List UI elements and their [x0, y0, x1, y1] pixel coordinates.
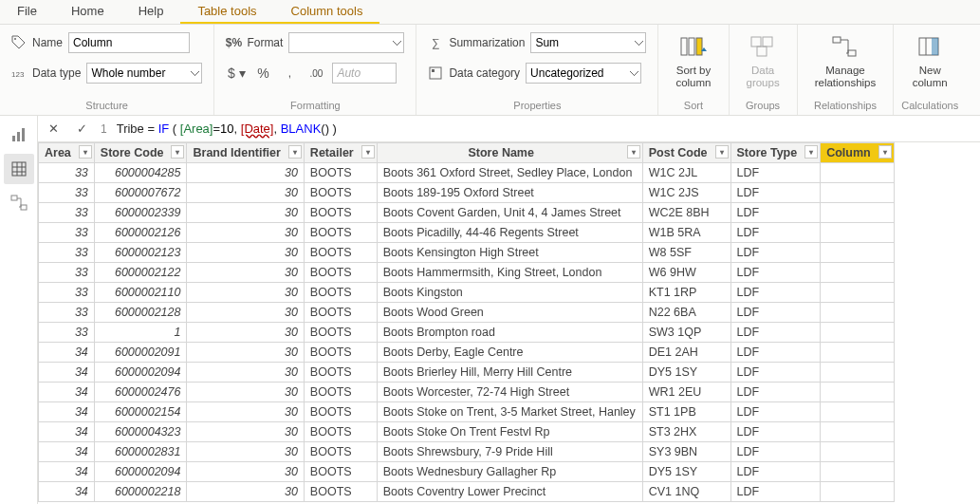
column-filter-button[interactable]: ▾ — [288, 145, 302, 159]
cell[interactable]: 30 — [187, 203, 304, 223]
cell[interactable]: Boots Kingston — [377, 283, 642, 303]
cell[interactable]: BOOTS — [304, 323, 377, 343]
table-row[interactable]: 34600000209430BOOTSBoots Wednesbury Gall… — [39, 462, 895, 482]
cell[interactable]: 30 — [187, 422, 304, 442]
cell[interactable]: LDF — [730, 442, 821, 462]
cell[interactable]: Boots Stoke on Trent, 3-5 Market Street,… — [377, 402, 642, 422]
cell[interactable]: 33 — [39, 223, 95, 243]
report-view-button[interactable] — [4, 120, 34, 150]
cell[interactable]: BOOTS — [304, 203, 377, 223]
cell[interactable]: LDF — [730, 343, 821, 363]
menu-column-tools[interactable]: Column tools — [274, 0, 380, 24]
cell[interactable] — [821, 363, 895, 383]
cell[interactable]: 34 — [39, 343, 95, 363]
manage-relationships-button[interactable]: Manage relationships — [805, 28, 886, 93]
menu-table-tools[interactable]: Table tools — [180, 0, 273, 24]
cell[interactable] — [821, 203, 895, 223]
cell[interactable]: 6000002218 — [94, 482, 187, 502]
cell[interactable]: 6000002094 — [94, 462, 187, 482]
cell[interactable]: W1C 2JS — [642, 183, 730, 203]
cell[interactable] — [821, 183, 895, 203]
column-header[interactable]: Post Code▾ — [642, 143, 730, 163]
cell[interactable]: LDF — [730, 163, 821, 183]
menu-file[interactable]: File — [0, 0, 54, 24]
cell[interactable]: LDF — [730, 402, 821, 422]
cell[interactable]: SY3 9BN — [642, 442, 730, 462]
cell[interactable]: 33 — [39, 323, 95, 343]
column-header[interactable]: Area▾ — [39, 143, 95, 163]
formula-bar[interactable]: ✕ ✓ 1 Tribe = IF ( [Area]=10, [Date], BL… — [38, 116, 980, 142]
cell[interactable]: 30 — [187, 442, 304, 462]
datatype-select[interactable]: Whole number — [86, 63, 202, 84]
cell[interactable]: 30 — [187, 303, 304, 323]
cell[interactable]: BOOTS — [304, 462, 377, 482]
cancel-formula-button[interactable]: ✕ — [44, 120, 63, 139]
menu-help[interactable]: Help — [121, 0, 181, 24]
cell[interactable]: BOOTS — [304, 442, 377, 462]
cell[interactable]: 30 — [187, 363, 304, 383]
cell[interactable] — [821, 263, 895, 283]
column-filter-button[interactable]: ▾ — [804, 145, 818, 159]
column-filter-button[interactable]: ▾ — [79, 145, 92, 159]
commit-formula-button[interactable]: ✓ — [72, 120, 91, 139]
cell[interactable]: 34 — [39, 363, 95, 383]
table-row[interactable]: 33600000767230BOOTSBoots 189-195 Oxford … — [39, 183, 895, 203]
cell[interactable]: BOOTS — [304, 163, 377, 183]
table-row[interactable]: 34600000209130BOOTSBoots Derby, Eagle Ce… — [39, 343, 895, 363]
cell[interactable]: Boots Wednesbury Gallagher Rp — [377, 462, 642, 482]
cell[interactable]: LDF — [730, 422, 821, 442]
cell[interactable]: 30 — [187, 243, 304, 263]
cell[interactable]: W1B 5RA — [642, 223, 730, 243]
new-column-button[interactable]: New column — [901, 28, 958, 93]
cell[interactable]: Boots Kensington High Street — [377, 243, 642, 263]
cell[interactable]: Boots Covent Garden, Unit 4, 4 James Str… — [377, 203, 642, 223]
data-view-button[interactable] — [4, 154, 34, 184]
cell[interactable]: N22 6BA — [642, 303, 730, 323]
table-row[interactable]: 33600000212230BOOTSBoots Hammermsith, Ki… — [39, 263, 895, 283]
cell[interactable]: 1 — [94, 323, 187, 343]
cell[interactable]: 6000002091 — [94, 343, 187, 363]
column-filter-button[interactable]: ▾ — [878, 145, 892, 159]
cell[interactable]: 30 — [187, 383, 304, 402]
cell[interactable]: 34 — [39, 442, 95, 462]
cell[interactable]: Boots Derby, Eagle Centre — [377, 343, 642, 363]
cell[interactable]: 33 — [39, 203, 95, 223]
decimal-places-field[interactable] — [332, 63, 397, 84]
cell[interactable]: Boots Hammermsith, King Street, London — [377, 263, 642, 283]
format-select[interactable] — [288, 32, 404, 53]
cell[interactable]: 33 — [39, 263, 95, 283]
cell[interactable]: 34 — [39, 422, 95, 442]
cell[interactable] — [821, 422, 895, 442]
cell[interactable]: Boots Coventry Lower Precinct — [377, 482, 642, 502]
column-header[interactable]: Column▾ — [821, 143, 895, 163]
thousands-button[interactable]: , — [279, 63, 300, 84]
cell[interactable]: BOOTS — [304, 402, 377, 422]
cell[interactable]: LDF — [730, 323, 821, 343]
cell[interactable]: Boots 361 Oxford Street, Sedley Place, L… — [377, 163, 642, 183]
cell[interactable] — [821, 163, 895, 183]
column-filter-button[interactable]: ▾ — [715, 145, 729, 159]
cell[interactable] — [821, 482, 895, 502]
cell[interactable]: Boots Shrewsbury, 7-9 Pride Hill — [377, 442, 642, 462]
cell[interactable]: WC2E 8BH — [642, 203, 730, 223]
table-row[interactable]: 33600000233930BOOTSBoots Covent Garden, … — [39, 203, 895, 223]
cell[interactable] — [821, 402, 895, 422]
cell[interactable] — [821, 462, 895, 482]
cell[interactable]: Boots Wood Green — [377, 303, 642, 323]
name-field[interactable] — [68, 32, 190, 53]
cell[interactable]: 6000002110 — [94, 283, 187, 303]
cell[interactable]: LDF — [730, 203, 821, 223]
column-header[interactable]: Store Type▾ — [730, 143, 821, 163]
cell[interactable]: W1C 2JL — [642, 163, 730, 183]
cell[interactable]: BOOTS — [304, 303, 377, 323]
cell[interactable]: 6000004285 — [94, 163, 187, 183]
cell[interactable]: 6000002831 — [94, 442, 187, 462]
cell[interactable]: 30 — [187, 283, 304, 303]
cell[interactable]: BOOTS — [304, 263, 377, 283]
percent-button[interactable]: % — [252, 63, 273, 84]
cell[interactable]: Boots Picadilly, 44-46 Regents Street — [377, 223, 642, 243]
cell[interactable]: 6000007672 — [94, 183, 187, 203]
sort-by-column-button[interactable]: Sort by column — [666, 28, 720, 93]
table-row[interactable]: 34600000215430BOOTSBoots Stoke on Trent,… — [39, 402, 895, 422]
cell[interactable]: BOOTS — [304, 422, 377, 442]
